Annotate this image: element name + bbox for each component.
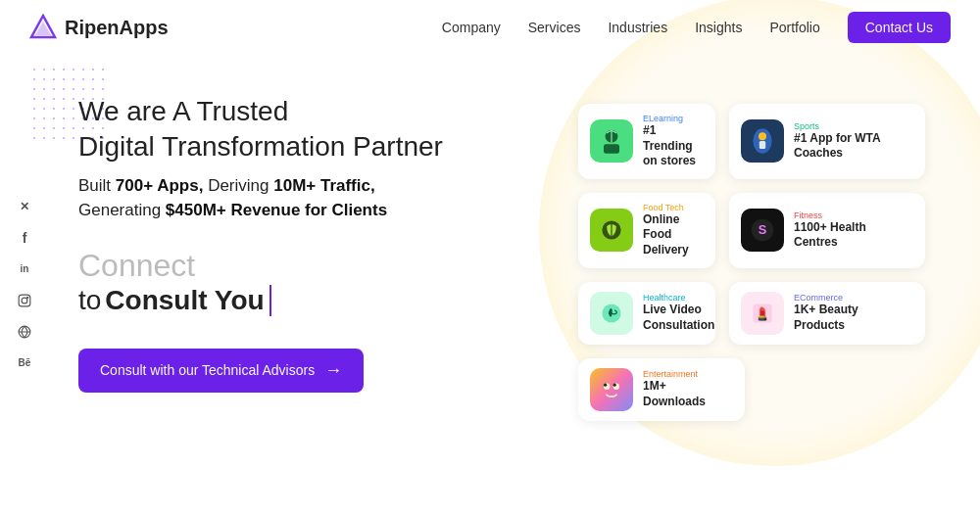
app-category-healthcare: Healthcare bbox=[643, 293, 714, 303]
app-info-foodtech: Food Tech Online FoodDelivery bbox=[643, 203, 704, 258]
brand-logo[interactable]: RipenApps bbox=[29, 14, 169, 41]
social-bar: ✕ f in Bē bbox=[16, 198, 33, 372]
svg-text:💄: 💄 bbox=[755, 305, 770, 321]
navbar: RipenApps Company Services Industries In… bbox=[0, 0, 980, 55]
behance-icon[interactable]: Bē bbox=[16, 354, 33, 372]
nav-links: Company Services Industries Insights Por… bbox=[442, 12, 951, 43]
app-card-entertainment: Entertainment 1M+Downloads bbox=[578, 358, 745, 421]
hero-left: We are A Trusted Digital Transformation … bbox=[78, 74, 549, 393]
app-icon-fitness: S bbox=[741, 209, 784, 252]
app-card-sports: Sports #1 App for WTACoaches bbox=[729, 104, 925, 179]
hero-stats: Built 700+ Apps, Deriving 10M+ Traffic, … bbox=[78, 173, 549, 223]
app-info-healthcare: Healthcare Live VideoConsultation bbox=[643, 293, 714, 333]
stats-revenue-prefix: Generating bbox=[78, 201, 166, 219]
app-icon-elearning bbox=[590, 119, 633, 163]
stats-traffic-prefix: Deriving bbox=[203, 176, 273, 195]
svg-point-22 bbox=[604, 383, 607, 386]
arrow-icon: → bbox=[324, 360, 342, 381]
app-title-fitness: 1100+ HealthCentres bbox=[794, 220, 913, 251]
hero-section: ✕ f in Bē We are A Trusted Digital Trans… bbox=[0, 55, 980, 514]
app-card-healthcare: Healthcare Live VideoConsultation bbox=[578, 282, 715, 345]
stats-traffic-count: 10M+ Traffic, bbox=[273, 176, 374, 195]
consult-text: Consult You bbox=[105, 284, 264, 317]
svg-rect-2 bbox=[19, 295, 30, 306]
app-info-elearning: eLearning #1 Trendingon stores bbox=[643, 114, 704, 169]
cta-button[interactable]: Consult with our Technical Advisors → bbox=[78, 349, 364, 393]
twitter-icon[interactable]: ✕ bbox=[16, 198, 33, 215]
svg-point-10 bbox=[759, 133, 766, 141]
svg-rect-11 bbox=[760, 141, 765, 149]
app-title-sports: #1 App for WTACoaches bbox=[794, 131, 913, 162]
app-category-fitness: Fitness bbox=[794, 210, 913, 220]
app-icon-foodtech bbox=[590, 209, 633, 252]
app-category-foodtech: Food Tech bbox=[643, 203, 704, 212]
app-title-entertainment: 1M+Downloads bbox=[643, 379, 733, 409]
app-info-fitness: Fitness 1100+ HealthCentres bbox=[794, 210, 913, 251]
app-title-ecommerce: 1K+ BeautyProducts bbox=[794, 303, 913, 333]
nav-insights[interactable]: Insights bbox=[695, 20, 742, 35]
app-icon-healthcare bbox=[590, 292, 633, 335]
app-card-elearning: eLearning #1 Trendingon stores bbox=[578, 104, 715, 179]
app-title-foodtech: Online FoodDelivery bbox=[643, 212, 704, 258]
hero-connect: Connect to Consult You bbox=[78, 247, 549, 317]
svg-point-23 bbox=[613, 383, 616, 386]
stats-revenue-value: $450M+ Revenue for Clients bbox=[166, 201, 387, 219]
hero-tagline: We are A Trusted Digital Transformation … bbox=[78, 94, 549, 165]
app-category-elearning: eLearning bbox=[643, 114, 704, 123]
svg-point-4 bbox=[27, 297, 28, 298]
app-category-entertainment: Entertainment bbox=[643, 369, 733, 379]
contact-us-button[interactable]: Contact Us bbox=[848, 12, 951, 43]
tagline-line1: We are A Trusted bbox=[78, 94, 549, 129]
consult-prefix: to bbox=[78, 284, 101, 317]
app-icon-sports bbox=[741, 119, 784, 163]
apps-grid: eLearning #1 Trendingon stores Sports #1… bbox=[578, 74, 951, 421]
linkedin-icon[interactable]: in bbox=[16, 260, 33, 278]
dribbble-icon[interactable] bbox=[16, 323, 33, 341]
stats-apps-count: 700+ Apps, bbox=[116, 176, 204, 195]
svg-point-3 bbox=[22, 298, 27, 304]
stats-line1: Built 700+ Apps, Deriving 10M+ Traffic, bbox=[78, 173, 549, 199]
app-title-healthcare: Live VideoConsultation bbox=[643, 303, 714, 333]
app-info-ecommerce: eCommerce 1K+ BeautyProducts bbox=[794, 293, 913, 333]
svg-text:S: S bbox=[759, 222, 767, 237]
app-info-sports: Sports #1 App for WTACoaches bbox=[794, 121, 913, 162]
app-card-fitness: S Fitness 1100+ HealthCentres bbox=[729, 193, 925, 268]
app-info-entertainment: Entertainment 1M+Downloads bbox=[643, 369, 733, 409]
brand-name: RipenApps bbox=[65, 17, 169, 39]
nav-company[interactable]: Company bbox=[442, 20, 501, 35]
app-card-ecommerce: 💄 eCommerce 1K+ BeautyProducts bbox=[729, 282, 925, 345]
app-title-elearning: #1 Trendingon stores bbox=[643, 123, 704, 169]
consult-line: to Consult You bbox=[78, 284, 549, 317]
instagram-icon[interactable] bbox=[16, 292, 33, 309]
app-category-ecommerce: eCommerce bbox=[794, 293, 913, 303]
nav-services[interactable]: Services bbox=[528, 20, 581, 35]
cta-label: Consult with our Technical Advisors bbox=[100, 362, 315, 378]
stats-line2: Generating $450M+ Revenue for Clients bbox=[78, 198, 549, 223]
logo-icon bbox=[29, 14, 57, 41]
tagline-line2: Digital Transformation Partner bbox=[78, 129, 549, 164]
app-icon-entertainment bbox=[590, 368, 633, 411]
cursor-blink bbox=[270, 285, 271, 316]
nav-portfolio[interactable]: Portfolio bbox=[769, 20, 819, 35]
hero-right: eLearning #1 Trendingon stores Sports #1… bbox=[549, 74, 951, 514]
stats-apps-prefix: Built bbox=[78, 176, 116, 195]
app-category-sports: Sports bbox=[794, 121, 913, 131]
app-icon-ecommerce: 💄 bbox=[741, 292, 784, 335]
app-card-foodtech: Food Tech Online FoodDelivery bbox=[578, 193, 715, 268]
svg-rect-7 bbox=[604, 145, 619, 155]
nav-industries[interactable]: Industries bbox=[608, 20, 667, 35]
connect-label: Connect bbox=[78, 247, 549, 284]
facebook-icon[interactable]: f bbox=[16, 229, 33, 247]
